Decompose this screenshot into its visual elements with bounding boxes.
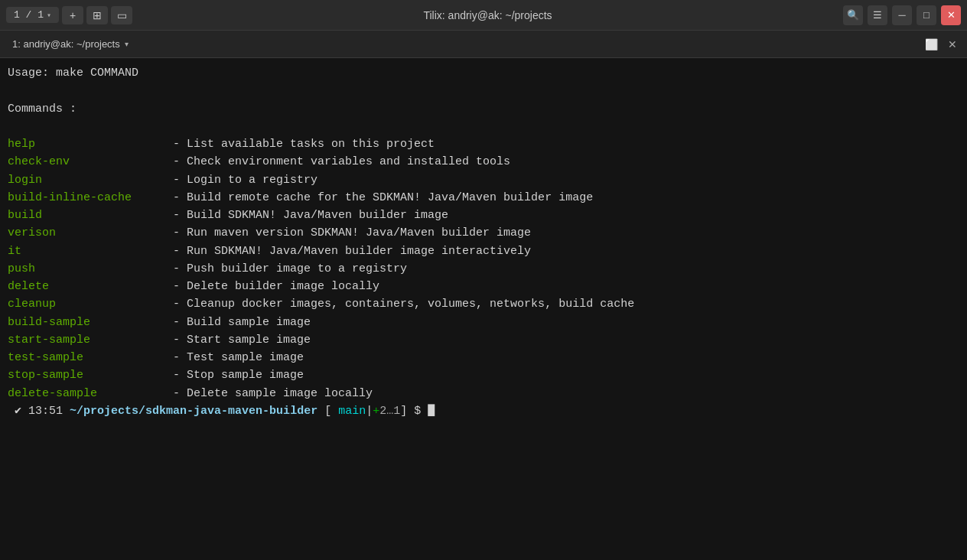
command-desc: - Push builder image to a registry (173, 260, 407, 278)
tabbar: 1: andriy@ak: ~/projects ▾ ⬜ ✕ (0, 31, 967, 58)
prompt-line: ✔ 13:51 ~/projects/sdkman-java-maven-bui… (8, 402, 959, 420)
prompt-checkmark (8, 402, 15, 420)
prompt-bracket-close: ] $ (400, 402, 428, 420)
command-name: login (8, 171, 173, 189)
command-desc: - Build remote cache for the SDKMAN! Jav… (173, 189, 593, 207)
tabbar-close-button[interactable]: ✕ (944, 36, 961, 53)
tab-chevron-icon: ▾ (47, 11, 51, 20)
command-desc: - Run maven version SDKMAN! Java/Maven b… (173, 224, 531, 242)
empty-line-2 (8, 118, 959, 135)
window-controls: 🔍 ☰ ─ □ ✕ (843, 5, 961, 25)
command-desc: - Test sample image (173, 349, 304, 366)
command-name: delete-sample (8, 385, 173, 402)
command-name: build-inline-cache (8, 189, 173, 207)
new-session-button[interactable]: ▭ (111, 6, 132, 24)
terminal-area[interactable]: Usage: make COMMAND Commands : help - Li… (0, 58, 967, 560)
command-name: verison (8, 224, 173, 242)
prompt-nums: 2…1 (379, 402, 400, 420)
prompt-plus: + (373, 402, 379, 420)
command-name: cleanup (8, 295, 173, 313)
prompt-cursor: █ (428, 402, 435, 420)
window-title: Tilix: andriy@ak: ~/projects (132, 9, 843, 21)
command-name: check-env (8, 153, 173, 171)
maximize-button[interactable]: □ (917, 5, 936, 25)
command-row: cleanup - Cleanup docker images, contain… (8, 295, 959, 313)
detach-button[interactable]: ⊞ (86, 6, 108, 24)
command-row: build - Build SDKMAN! Java/Maven builder… (8, 207, 959, 224)
command-name: it (8, 243, 173, 260)
command-row: check-env - Check environment variables … (8, 153, 959, 171)
usage-line: Usage: make COMMAND (8, 64, 959, 82)
command-row: delete-sample - Delete sample image loca… (8, 385, 959, 402)
add-tab-button[interactable]: + (62, 6, 83, 24)
command-row: stop-sample - Stop sample image (8, 366, 959, 384)
command-name: delete (8, 278, 173, 295)
minimize-button[interactable]: ─ (892, 5, 912, 25)
prompt-pipe: | (366, 402, 373, 420)
command-row: build-inline-cache - Build remote cache … (8, 189, 959, 207)
command-desc: - Delete sample image locally (173, 385, 373, 402)
command-desc: - Start sample image (173, 331, 311, 349)
command-name: build-sample (8, 314, 173, 331)
command-name: push (8, 260, 173, 278)
search-button[interactable]: 🔍 (843, 5, 863, 25)
command-row: start-sample - Start sample image (8, 331, 959, 349)
command-desc: - Stop sample image (173, 366, 304, 384)
command-desc: - Check environment variables and instal… (173, 153, 510, 171)
tab-label: 1 / 1 (14, 9, 44, 21)
commands-list: help - List available tasks on this proj… (8, 135, 959, 402)
command-desc: - Build sample image (173, 314, 311, 331)
close-button[interactable]: ✕ (941, 5, 961, 25)
commands-header: Commands : (8, 100, 959, 118)
session-tab-label: 1: andriy@ak: ~/projects (12, 38, 120, 50)
tabbar-actions: ⬜ ✕ (923, 36, 961, 53)
command-name: build (8, 207, 173, 224)
command-desc: - Build SDKMAN! Java/Maven builder image (173, 207, 448, 224)
command-row: help - List available tasks on this proj… (8, 135, 959, 153)
prompt-path: ~/projects/sdkman-java-maven-builder (70, 402, 317, 420)
command-desc: - Cleanup docker images, containers, vol… (173, 295, 634, 313)
command-row: test-sample - Test sample image (8, 349, 959, 366)
session-chevron-icon: ▾ (125, 40, 129, 48)
command-row: delete - Delete builder image locally (8, 278, 959, 295)
command-desc: - Login to a registry (173, 171, 317, 189)
titlebar: 1 / 1 ▾ + ⊞ ▭ Tilix: andriy@ak: ~/projec… (0, 0, 967, 31)
command-desc: - Run SDKMAN! Java/Maven builder image i… (173, 243, 531, 260)
command-desc: - List available tasks on this project (173, 135, 435, 153)
tabbar-square-button[interactable]: ⬜ (923, 36, 939, 53)
menu-button[interactable]: ☰ (868, 5, 887, 25)
prompt-branch: main (338, 402, 366, 420)
command-row: login - Login to a registry (8, 171, 959, 189)
session-tab[interactable]: 1: andriy@ak: ~/projects ▾ (6, 38, 135, 50)
tab-pill[interactable]: 1 / 1 ▾ (6, 7, 59, 23)
command-desc: - Delete builder image locally (173, 278, 379, 295)
empty-line-1 (8, 82, 959, 99)
prompt-checkmark-symbol: ✔ (15, 402, 28, 420)
command-row: build-sample - Build sample image (8, 314, 959, 331)
command-row: verison - Run maven version SDKMAN! Java… (8, 224, 959, 242)
command-name: test-sample (8, 349, 173, 366)
command-name: start-sample (8, 331, 173, 349)
prompt-bracket-open: [ (317, 402, 338, 420)
command-row: it - Run SDKMAN! Java/Maven builder imag… (8, 243, 959, 260)
prompt-time: 13:51 (28, 402, 70, 420)
command-name: stop-sample (8, 366, 173, 384)
command-row: push - Push builder image to a registry (8, 260, 959, 278)
tab-group: 1 / 1 ▾ + ⊞ ▭ (6, 6, 132, 24)
command-name: help (8, 135, 173, 153)
